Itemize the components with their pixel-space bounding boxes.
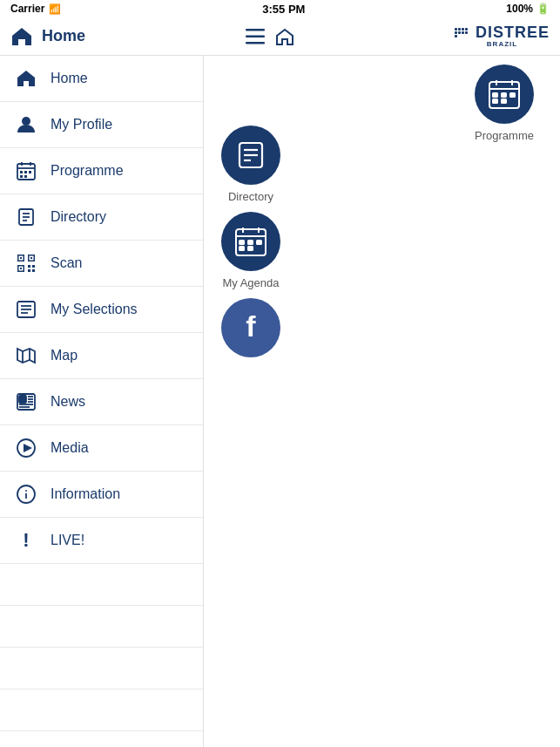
nav-home-icon[interactable] [275, 28, 294, 45]
logo-sub-text: BRAZIL [487, 40, 517, 48]
status-carrier: Carrier 📶 [10, 3, 61, 15]
sidebar-label-home: Home [51, 71, 88, 86]
svg-rect-27 [28, 269, 30, 272]
sidebar-item-information[interactable]: Information [0, 472, 203, 518]
svg-point-3 [22, 117, 30, 126]
my-agenda-circle-button[interactable]: My Agenda [221, 212, 280, 289]
svg-rect-56 [493, 99, 497, 103]
programme-icon [14, 159, 38, 183]
sidebar-empty-2 [0, 606, 203, 648]
directory-circle-icon [221, 126, 280, 185]
home-icon[interactable] [10, 26, 33, 47]
map-icon [14, 343, 38, 368]
my-agenda-circle-icon [221, 212, 280, 271]
sidebar-label-my-selections: My Selections [51, 302, 138, 317]
svg-point-47 [25, 490, 27, 492]
svg-rect-0 [246, 29, 265, 31]
sidebar-label-information: Information [51, 486, 120, 502]
directory-icon [14, 205, 38, 229]
svg-rect-12 [24, 175, 27, 178]
svg-rect-26 [32, 265, 35, 268]
info-icon [14, 482, 38, 506]
svg-rect-10 [29, 171, 31, 173]
sidebar-item-live[interactable]: ! LIVE! [0, 518, 203, 564]
sidebar-label-media: Media [51, 440, 89, 456]
sidebar-label-directory: Directory [51, 209, 106, 225]
sidebar: Home My Profile [0, 56, 204, 747]
facebook-button-container: f [221, 298, 280, 363]
svg-rect-11 [20, 175, 23, 178]
svg-rect-57 [502, 99, 506, 103]
svg-rect-18 [20, 257, 22, 259]
logo-main-text: DISTREE [476, 24, 550, 40]
status-battery: 100% 🔋 [506, 3, 550, 15]
sidebar-label-scan: Scan [51, 255, 82, 271]
svg-rect-8 [20, 171, 23, 173]
sidebar-label-map: Map [51, 348, 78, 363]
sidebar-item-media[interactable]: Media [0, 425, 203, 472]
content-area: Programme Directory [204, 56, 560, 747]
directory-circle-button[interactable]: Directory [221, 126, 280, 203]
sidebar-item-programme[interactable]: Programme [0, 148, 203, 194]
sidebar-empty-4 [0, 689, 203, 731]
svg-rect-53 [493, 93, 497, 97]
svg-text:f: f [246, 312, 256, 343]
svg-rect-2 [246, 42, 265, 44]
facebook-circle-icon: f [221, 298, 280, 357]
sidebar-label-live: LIVE! [51, 533, 84, 548]
battery-icon: 🔋 [536, 3, 550, 15]
menu-icon[interactable] [246, 29, 265, 44]
sidebar-item-directory[interactable]: Directory [0, 194, 203, 241]
news-icon [14, 390, 38, 414]
media-icon [14, 436, 38, 460]
my-agenda-button-container: My Agenda [221, 212, 280, 289]
header-left: Home [10, 26, 85, 47]
selections-icon [14, 297, 38, 322]
svg-marker-44 [24, 444, 32, 452]
logo-dots [455, 28, 469, 37]
person-icon [14, 112, 38, 137]
svg-text:!: ! [23, 531, 29, 550]
sidebar-empty-3 [0, 648, 203, 689]
sidebar-item-news[interactable]: News [0, 379, 203, 425]
sidebar-label-programme: Programme [51, 163, 124, 179]
home-sidebar-icon [14, 66, 38, 91]
svg-rect-66 [248, 241, 253, 244]
programme-button-container: Programme [475, 65, 534, 142]
sidebar-empty-1 [0, 564, 203, 606]
programme-label: Programme [475, 129, 534, 142]
svg-rect-68 [240, 247, 244, 250]
svg-rect-24 [20, 268, 22, 269]
battery-text: 100% [506, 3, 533, 15]
sidebar-item-scan[interactable]: Scan [0, 241, 203, 287]
directory-label: Directory [228, 190, 273, 203]
svg-rect-54 [502, 93, 506, 97]
my-agenda-label: My Agenda [222, 276, 279, 289]
svg-rect-25 [28, 265, 30, 268]
svg-rect-37 [19, 396, 26, 403]
carrier-text: Carrier [10, 3, 44, 15]
status-bar: Carrier 📶 3:55 PM 100% 🔋 [0, 0, 560, 17]
svg-rect-28 [32, 269, 35, 272]
programme-circle-button[interactable]: Programme [475, 65, 534, 142]
logo: DISTREE BRAZIL [455, 24, 550, 48]
svg-rect-55 [510, 93, 515, 97]
sidebar-item-home[interactable]: Home [0, 56, 203, 102]
svg-rect-65 [240, 241, 244, 244]
wifi-icon: 📶 [49, 3, 61, 15]
sidebar-item-my-selections[interactable]: My Selections [0, 287, 203, 333]
svg-marker-33 [17, 349, 35, 363]
facebook-circle-button[interactable]: f [221, 298, 280, 363]
header-icons [246, 28, 294, 45]
svg-rect-69 [248, 247, 253, 250]
sidebar-item-map[interactable]: Map [0, 333, 203, 379]
svg-rect-67 [257, 241, 261, 244]
sidebar-item-my-profile[interactable]: My Profile [0, 102, 203, 148]
svg-rect-1 [246, 35, 265, 37]
qr-icon [14, 251, 38, 275]
sidebar-label-news: News [51, 394, 85, 410]
main-layout: Home My Profile [0, 56, 560, 747]
sidebar-empty-5 [0, 731, 203, 747]
header: Home DISTRE [0, 17, 560, 56]
svg-rect-21 [30, 257, 32, 259]
